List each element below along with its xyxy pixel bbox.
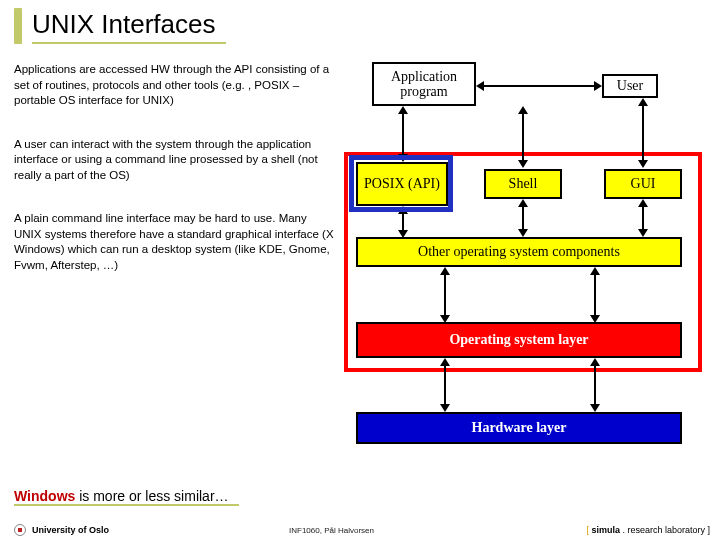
posix-highlight bbox=[349, 155, 453, 212]
paragraph-shell: A user can interact with the system thro… bbox=[14, 137, 334, 184]
other-os-components-box: Other operating system components bbox=[356, 237, 682, 267]
arrow-app-shell bbox=[522, 114, 524, 160]
arrow-gui-other bbox=[642, 207, 644, 229]
text-column: Applications are accessed HW through the… bbox=[14, 62, 334, 452]
gui-box: GUI bbox=[604, 169, 682, 199]
application-program-box: Application program bbox=[372, 62, 476, 106]
slide-title-wrap: UNIX Interfaces bbox=[0, 0, 720, 44]
diagram-column: Application program User POSIX (API) She… bbox=[344, 62, 704, 452]
windows-note: Windows is more or less similar… bbox=[14, 488, 239, 506]
user-box: User bbox=[602, 74, 658, 98]
paragraph-gui: A plain command line interface may be ha… bbox=[14, 211, 334, 273]
slide-title: UNIX Interfaces bbox=[32, 9, 226, 44]
arrow-other-os-2 bbox=[594, 275, 596, 315]
unix-diagram: Application program User POSIX (API) She… bbox=[344, 62, 704, 452]
content-row: Applications are accessed HW through the… bbox=[0, 44, 720, 452]
course-label: INF1060, Pål Halvorsen bbox=[289, 526, 374, 535]
arrow-shell-other bbox=[522, 207, 524, 229]
simula-label: [ simula . research laboratory ] bbox=[586, 525, 710, 535]
arrow-os-hw-1 bbox=[444, 366, 446, 404]
university-name: University of Oslo bbox=[32, 525, 109, 535]
uio-logo-icon bbox=[14, 524, 26, 536]
arrow-posix-other bbox=[402, 214, 404, 230]
arrow-other-os-1 bbox=[444, 275, 446, 315]
arrow-app-posix bbox=[402, 114, 404, 154]
windows-rest: is more or less similar… bbox=[75, 488, 228, 504]
hardware-layer-box: Hardware layer bbox=[356, 412, 682, 444]
windows-highlight: Windows bbox=[14, 488, 75, 504]
shell-box: Shell bbox=[484, 169, 562, 199]
title-accent-bar bbox=[14, 8, 22, 44]
arrow-user-gui bbox=[642, 106, 644, 160]
footer: University of Oslo INF1060, Pål Halvorse… bbox=[0, 524, 720, 536]
arrow-app-user bbox=[484, 85, 594, 87]
paragraph-api: Applications are accessed HW through the… bbox=[14, 62, 334, 109]
arrow-os-hw-2 bbox=[594, 366, 596, 404]
operating-system-layer-box: Operating system layer bbox=[356, 322, 682, 358]
